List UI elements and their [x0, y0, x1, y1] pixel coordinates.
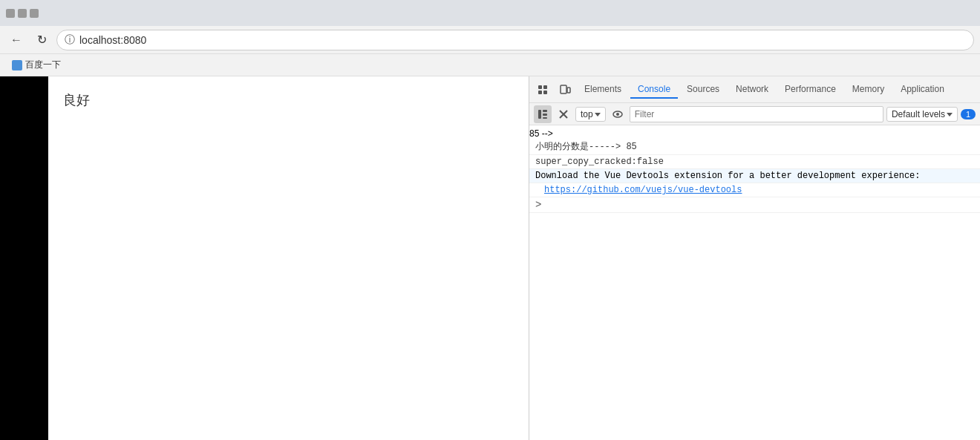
left-panel [0, 76, 48, 440]
title-bar [0, 0, 980, 26]
svg-rect-8 [543, 114, 547, 116]
svg-rect-6 [538, 110, 541, 119]
svg-rect-3 [543, 91, 547, 94]
filter-input[interactable] [630, 106, 883, 122]
svg-rect-7 [543, 110, 547, 112]
svg-rect-4 [561, 85, 566, 93]
devtools-inspect-btn[interactable] [532, 79, 553, 100]
console-text-1: 小明的分数是-----> 85 [535, 140, 974, 153]
bookmarks-bar: 百度一下 [0, 54, 980, 76]
refresh-button[interactable]: ↻ [31, 30, 52, 50]
nav-bar: ← ↻ ⓘ localhost:8080 [0, 26, 980, 54]
page-content: 良好 [48, 76, 529, 440]
svg-rect-0 [538, 85, 542, 89]
browser-window: ← ↻ ⓘ localhost:8080 百度一下 良好 [0, 0, 980, 440]
console-line-3: Download the Vue Devtools extension for … [529, 169, 980, 183]
tab-application[interactable]: Application [893, 81, 952, 99]
svg-marker-15 [947, 113, 953, 116]
default-levels-label: Default levels [892, 109, 945, 119]
svg-rect-2 [538, 91, 542, 94]
tab-memory[interactable]: Memory [845, 81, 892, 99]
back-button[interactable]: ← [6, 30, 27, 50]
console-clear-btn[interactable] [555, 105, 572, 123]
info-icon: ⓘ [65, 33, 75, 47]
error-badge: 1 [961, 109, 976, 119]
top-selector[interactable]: top [575, 107, 606, 122]
svg-rect-5 [567, 88, 570, 93]
window-minimize-btn[interactable] [18, 9, 27, 18]
baidu-icon [12, 60, 22, 70]
console-toolbar: top Default levels 1 [529, 103, 980, 125]
console-text-3: Download the Vue Devtools extension for … [535, 171, 974, 181]
svg-rect-1 [543, 85, 547, 89]
tab-elements[interactable]: Elements [577, 81, 629, 99]
bookmark-label: 百度一下 [25, 59, 61, 71]
bookmark-baidu[interactable]: 百度一下 [7, 57, 65, 73]
url-text: localhost:8080 [79, 34, 146, 46]
console-output: 85 --> 小明的分数是-----> 85 super_copy_cracke… [529, 125, 980, 440]
window-controls [6, 9, 39, 18]
tab-console[interactable]: Console [630, 81, 678, 99]
tab-performance[interactable]: Performance [777, 81, 843, 99]
window-close-btn[interactable] [6, 9, 15, 18]
console-line-1: 小明的分数是-----> 85 [529, 139, 980, 155]
console-text-2: super_copy_cracked:false [535, 157, 974, 167]
svg-marker-12 [595, 113, 601, 116]
devtools-device-btn[interactable] [555, 79, 575, 100]
svg-point-14 [616, 113, 619, 116]
console-prompt-line: > [529, 197, 980, 213]
main-area: 良好 Elements Console Sources Network Perf… [0, 76, 980, 440]
console-line-2: super_copy_cracked:false [529, 155, 980, 169]
window-maximize-btn[interactable] [30, 9, 39, 18]
page-main-text: 良好 [63, 93, 90, 108]
top-label: top [581, 109, 593, 119]
console-eye-btn[interactable] [609, 105, 627, 123]
console-sidebar-btn[interactable] [534, 105, 552, 123]
address-bar[interactable]: ⓘ localhost:8080 [56, 30, 974, 50]
tab-network[interactable]: Network [728, 81, 776, 99]
default-levels-selector[interactable]: Default levels [886, 107, 958, 122]
console-line-4: https://github.com/vuejs/vue-devtools [529, 183, 980, 197]
tab-sources[interactable]: Sources [679, 81, 727, 99]
devtools-toolbar: Elements Console Sources Network Perform… [529, 76, 980, 103]
devtools-panel: Elements Console Sources Network Perform… [529, 76, 980, 440]
svg-rect-9 [543, 117, 547, 119]
vue-devtools-link[interactable]: https://github.com/vuejs/vue-devtools [544, 185, 742, 195]
console-prompt-icon[interactable]: > [535, 199, 541, 211]
